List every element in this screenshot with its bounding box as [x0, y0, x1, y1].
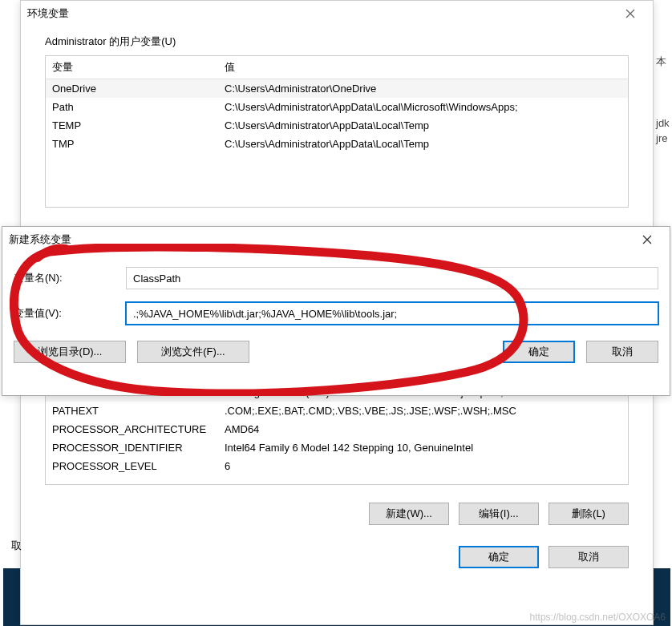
var-name-cell: TEMP	[46, 116, 218, 135]
var-value-cell: C:\Users\Administrator\AppData\Local\Tem…	[218, 116, 628, 135]
var-value-row: 变量值(V):	[2, 296, 670, 331]
table-row[interactable]: PATHEXT.COM;.EXE;.BAT;.CMD;.VBS;.VBE;.JS…	[46, 402, 628, 420]
var-value-cell: C:\Users\Administrator\AppData\Local\Tem…	[218, 135, 628, 153]
col-header-val[interactable]: 值	[218, 56, 628, 79]
user-vars-label: Administrator 的用户变量(U)	[45, 34, 629, 49]
var-name-label: 变量名(N):	[14, 271, 110, 285]
system-vars-table: PathC:\Program Files (x86)\Common Files\…	[46, 383, 628, 475]
col-header-var[interactable]: 变量	[46, 56, 218, 79]
new-button[interactable]: 新建(W)...	[369, 503, 449, 525]
system-vars-body: PathC:\Program Files (x86)\Common Files\…	[46, 383, 628, 475]
system-vars-button-row: 新建(W)... 编辑(I)... 删除(L)	[21, 491, 653, 531]
var-name-cell: PROCESSOR_LEVEL	[46, 457, 218, 475]
cancel-button[interactable]: 取消	[549, 546, 629, 568]
var-value-cell: .COM;.EXE;.BAT;.CMD;.VBS;.VBE;.JS;.JSE;.…	[218, 402, 628, 420]
dialog-title: 环境变量	[27, 6, 69, 21]
var-name-cell: OneDrive	[46, 79, 218, 99]
var-value-cell: Intel64 Family 6 Model 142 Stepping 10, …	[218, 438, 628, 457]
close-button[interactable]	[614, 2, 646, 25]
table-row[interactable]: PathC:\Users\Administrator\AppData\Local…	[46, 98, 628, 116]
bg-frag: 本	[656, 55, 672, 69]
left-cut-text: 取	[11, 539, 22, 553]
table-row[interactable]: PROCESSOR_ARCHITECTUREAMD64	[46, 420, 628, 438]
title-bar: 新建系统变量	[2, 227, 670, 252]
ok-button[interactable]: 确定	[503, 341, 575, 363]
var-value-cell: 6	[218, 457, 628, 475]
edit-button[interactable]: 编辑(I)...	[459, 503, 539, 525]
var-name-cell: PROCESSOR_ARCHITECTURE	[46, 420, 218, 438]
close-button[interactable]	[631, 228, 663, 251]
close-icon	[642, 235, 652, 244]
table-row[interactable]: OneDriveC:\Users\Administrator\OneDrive	[46, 79, 628, 99]
var-name-row: 变量名(N):	[2, 260, 670, 296]
table-row[interactable]: PROCESSOR_LEVEL6	[46, 457, 628, 475]
user-vars-table: 变量 值 OneDriveC:\Users\Administrator\OneD…	[46, 56, 628, 153]
table-row[interactable]: TMPC:\Users\Administrator\AppData\Local\…	[46, 135, 628, 153]
user-vars-table-wrap[interactable]: 变量 值 OneDriveC:\Users\Administrator\OneD…	[45, 55, 629, 208]
table-row[interactable]: PROCESSOR_IDENTIFIERIntel64 Family 6 Mod…	[46, 438, 628, 457]
var-value-input[interactable]	[126, 302, 658, 325]
close-icon	[625, 9, 635, 18]
background-text-fragments: 本 jdk jre	[656, 32, 672, 144]
var-value-cell: AMD64	[218, 420, 628, 438]
bg-frag: jre	[656, 132, 672, 144]
system-vars-table-wrap[interactable]: PathC:\Program Files (x86)\Common Files\…	[45, 382, 629, 485]
var-value-label: 变量值(V):	[14, 306, 110, 321]
var-name-cell: Path	[46, 98, 218, 116]
system-vars-section: PathC:\Program Files (x86)\Common Files\…	[21, 382, 653, 491]
dialog-title: 新建系统变量	[9, 232, 71, 247]
var-value-cell: C:\Users\Administrator\AppData\Local\Mic…	[218, 98, 628, 116]
new-var-button-row: 浏览目录(D)... 浏览文件(F)... 确定 取消	[2, 331, 670, 373]
browse-dir-button[interactable]: 浏览目录(D)...	[14, 341, 126, 363]
new-system-variable-dialog: 新建系统变量 变量名(N): 变量值(V): 浏览目录(D)... 浏览文件(F…	[2, 226, 670, 396]
dialog-button-row: 确定 取消	[21, 531, 653, 575]
delete-button[interactable]: 删除(L)	[549, 503, 629, 525]
var-value-cell: C:\Users\Administrator\OneDrive	[218, 79, 628, 99]
var-name-cell: PROCESSOR_IDENTIFIER	[46, 438, 218, 457]
cancel-button[interactable]: 取消	[586, 341, 658, 363]
ok-button[interactable]: 确定	[459, 546, 539, 568]
var-name-input[interactable]	[126, 267, 658, 289]
var-name-cell: TMP	[46, 135, 218, 153]
table-row[interactable]: TEMPC:\Users\Administrator\AppData\Local…	[46, 116, 628, 135]
watermark: https://blog.csdn.net/OXOXOA6	[530, 612, 666, 623]
user-vars-body: OneDriveC:\Users\Administrator\OneDriveP…	[46, 79, 628, 154]
browse-file-button[interactable]: 浏览文件(F)...	[137, 341, 249, 363]
var-name-cell: PATHEXT	[46, 402, 218, 420]
user-vars-section: Administrator 的用户变量(U) 变量 值 OneDriveC:\U…	[21, 26, 653, 214]
title-bar: 环境变量	[21, 1, 653, 26]
bg-frag: jdk	[656, 117, 672, 129]
